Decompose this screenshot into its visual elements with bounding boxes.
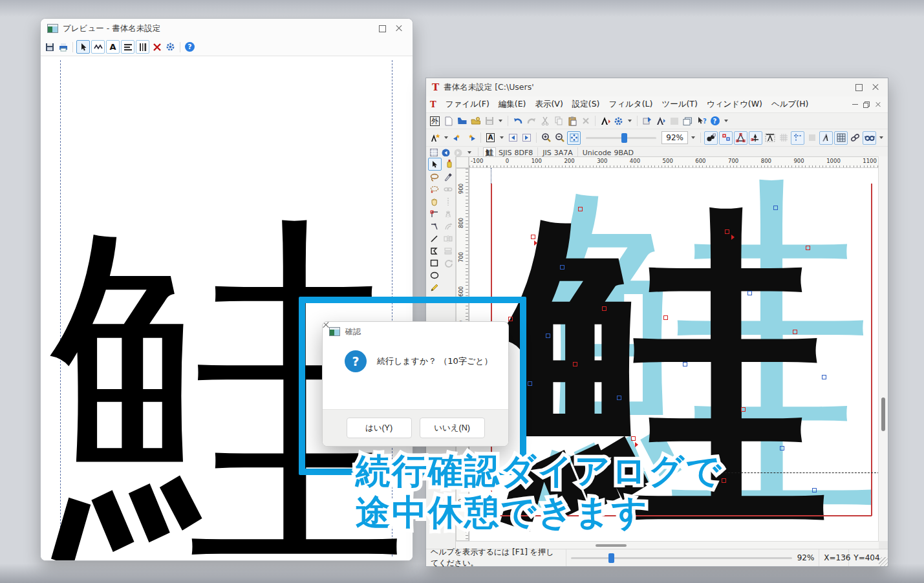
save-dropdown[interactable] bbox=[499, 120, 502, 122]
pencil-tool-icon[interactable] bbox=[428, 282, 440, 293]
no-button[interactable]: いいえ(N) bbox=[420, 418, 485, 438]
delete-icon[interactable] bbox=[151, 41, 163, 53]
dotted-line-tool-icon[interactable] bbox=[442, 196, 454, 207]
zoom-dropdown[interactable] bbox=[691, 136, 695, 139]
paste-icon[interactable] bbox=[566, 115, 578, 127]
status-zoom-slider-thumb[interactable] bbox=[608, 553, 614, 563]
rect-tool-icon[interactable] bbox=[428, 257, 440, 269]
resize-grip[interactable] bbox=[879, 557, 888, 566]
link-icon[interactable] bbox=[849, 132, 861, 144]
zoom-value[interactable]: 92% bbox=[661, 131, 688, 144]
transform-tool-icon[interactable] bbox=[442, 220, 454, 232]
control-point[interactable] bbox=[747, 291, 752, 295]
new-file-icon[interactable] bbox=[442, 115, 455, 127]
fill-preview-icon[interactable] bbox=[704, 131, 718, 145]
save-icon[interactable] bbox=[483, 115, 495, 127]
control-point[interactable] bbox=[773, 206, 778, 210]
metrics-a-icon[interactable] bbox=[764, 132, 776, 144]
yes-button[interactable]: はい(Y) bbox=[347, 418, 412, 438]
help-dropdown[interactable] bbox=[724, 120, 728, 122]
mdi-close-button[interactable] bbox=[872, 98, 884, 111]
close-button[interactable] bbox=[867, 81, 884, 94]
menu-edit[interactable]: 編集(E) bbox=[494, 97, 531, 112]
context-help-icon[interactable]: ? bbox=[695, 115, 707, 127]
import-glyph-icon[interactable] bbox=[654, 115, 667, 127]
preview-glasses-icon[interactable] bbox=[863, 131, 876, 145]
menu-window[interactable]: ウィンドウ(W) bbox=[702, 97, 767, 112]
print-icon[interactable] bbox=[57, 41, 69, 53]
control-point[interactable] bbox=[812, 488, 817, 493]
zoom-in-icon[interactable] bbox=[540, 132, 552, 144]
prev-new-glyph-icon[interactable] bbox=[451, 132, 464, 144]
mdi-minimize-button[interactable] bbox=[849, 98, 861, 111]
glyph-list-dropdown[interactable] bbox=[500, 136, 504, 139]
show-points-icon[interactable] bbox=[719, 131, 733, 145]
zoom-slider[interactable] bbox=[586, 137, 656, 139]
import-icon[interactable] bbox=[469, 115, 482, 127]
new-window-icon[interactable] bbox=[682, 115, 694, 127]
horizontal-scrollbar-thumb[interactable] bbox=[596, 544, 627, 547]
node-tool-icon[interactable] bbox=[428, 208, 440, 220]
preview-titlebar[interactable]: プレビュー - 書体名未設定 bbox=[41, 19, 413, 38]
control-point[interactable] bbox=[741, 407, 746, 412]
knife-tool-icon[interactable] bbox=[442, 171, 454, 183]
next-new-glyph-icon[interactable] bbox=[465, 132, 477, 144]
save-icon[interactable] bbox=[43, 41, 56, 53]
settings-gear-icon[interactable] bbox=[164, 41, 177, 53]
control-point[interactable] bbox=[663, 315, 668, 320]
font-properties-icon[interactable] bbox=[599, 115, 611, 127]
italic-preview-icon[interactable] bbox=[819, 131, 833, 145]
control-point[interactable] bbox=[560, 265, 564, 270]
sample-text-icon[interactable] bbox=[121, 40, 134, 54]
control-point[interactable] bbox=[683, 362, 687, 366]
control-point[interactable] bbox=[780, 446, 784, 450]
control-point[interactable] bbox=[631, 436, 636, 441]
main-titlebar[interactable]: T 書体名未設定 [C:\Users' bbox=[426, 78, 888, 96]
wave-icon[interactable] bbox=[91, 40, 105, 54]
mdi-restore-button[interactable] bbox=[861, 98, 872, 111]
hflip-tool-icon[interactable] bbox=[442, 233, 454, 244]
prev-glyph-icon[interactable] bbox=[507, 132, 519, 144]
redo-icon[interactable] bbox=[525, 115, 537, 127]
export-glyph-icon[interactable] bbox=[641, 115, 653, 127]
control-point[interactable] bbox=[602, 306, 607, 311]
cursor-tool-icon[interactable] bbox=[76, 40, 90, 54]
menu-filter[interactable]: フィルタ(L) bbox=[604, 97, 657, 112]
help-icon[interactable]: ? bbox=[709, 115, 721, 127]
options-dropdown[interactable] bbox=[628, 120, 632, 122]
rotate-tool-icon[interactable] bbox=[442, 257, 454, 269]
zoom-slider-thumb[interactable] bbox=[621, 133, 627, 143]
help-icon[interactable]: ? bbox=[184, 41, 196, 53]
cut-icon[interactable] bbox=[539, 115, 551, 127]
template-icon[interactable] bbox=[668, 115, 680, 127]
corner-tool-icon[interactable] bbox=[428, 220, 440, 232]
vertical-sample-icon[interactable] bbox=[136, 40, 149, 54]
lasso-tool-icon[interactable] bbox=[428, 171, 440, 183]
open-file-icon[interactable] bbox=[456, 115, 468, 127]
baseline-marker-icon[interactable] bbox=[749, 131, 762, 145]
polygon-tool-icon[interactable] bbox=[428, 245, 440, 257]
next-glyph-icon[interactable] bbox=[521, 132, 533, 144]
maximize-button[interactable] bbox=[850, 81, 867, 94]
copy-icon[interactable] bbox=[552, 115, 564, 127]
dialog-titlebar[interactable]: 確認 bbox=[323, 322, 508, 341]
zoom-out-icon[interactable] bbox=[553, 132, 566, 144]
dialog-close-icon[interactable] bbox=[495, 328, 502, 335]
grid-icon[interactable] bbox=[777, 132, 790, 144]
mirror-tool-icon[interactable] bbox=[442, 208, 454, 220]
menu-help[interactable]: ヘルプ(H) bbox=[767, 97, 813, 112]
menu-view[interactable]: 表示(V) bbox=[530, 97, 567, 112]
control-point[interactable] bbox=[725, 229, 729, 234]
menu-file[interactable]: ファイル(F) bbox=[441, 97, 494, 112]
ellipse-tool-icon[interactable] bbox=[428, 270, 440, 281]
maximize-button[interactable] bbox=[374, 22, 391, 35]
glyph-table-icon[interactable] bbox=[834, 131, 848, 145]
control-point[interactable] bbox=[546, 334, 550, 338]
undo-icon[interactable] bbox=[511, 115, 524, 127]
options-gear-icon[interactable] bbox=[612, 115, 625, 127]
show-outline-icon[interactable] bbox=[734, 131, 747, 145]
menu-settings[interactable]: 設定(S) bbox=[568, 97, 605, 112]
vertical-scrollbar[interactable] bbox=[878, 156, 888, 541]
control-point[interactable] bbox=[617, 396, 621, 400]
control-point[interactable] bbox=[822, 375, 826, 379]
